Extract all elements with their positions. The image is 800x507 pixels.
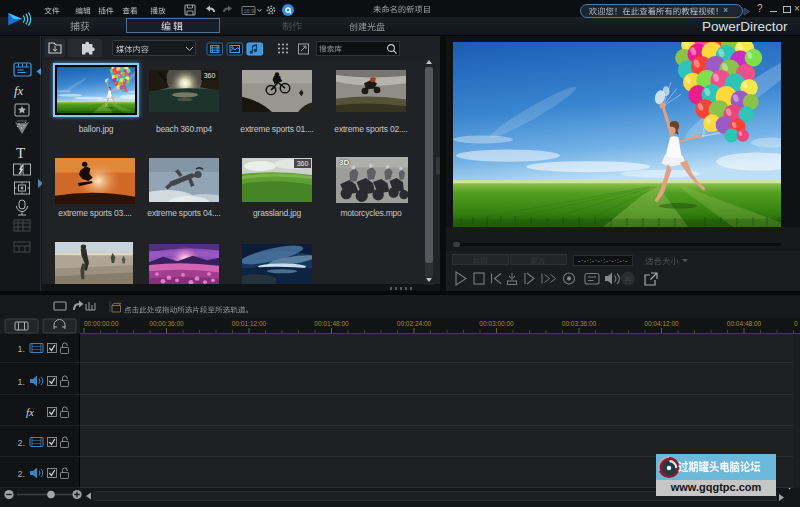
svg-text:3D: 3D xyxy=(624,276,631,282)
svg-text:2.: 2. xyxy=(17,469,25,479)
svg-text:16:9: 16:9 xyxy=(244,8,255,14)
svg-text:fx: fx xyxy=(26,406,34,418)
svg-text:fx: fx xyxy=(14,83,24,98)
svg-text:1.: 1. xyxy=(17,377,25,387)
svg-text:T: T xyxy=(16,145,25,161)
svg-text:2.: 2. xyxy=(17,438,25,448)
svg-text:1.: 1. xyxy=(17,344,25,354)
